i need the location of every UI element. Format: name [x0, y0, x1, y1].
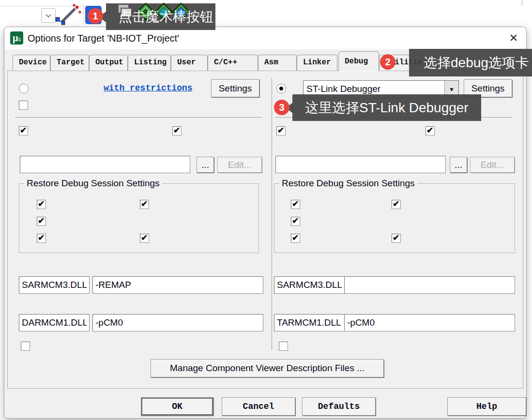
- dialog-dll-input-right[interactable]: [274, 314, 345, 331]
- with-restrictions-link[interactable]: with restrictions: [104, 83, 193, 93]
- dialog-param-input-left[interactable]: [92, 314, 263, 331]
- toolbar-overflow-button[interactable]: [41, 8, 56, 23]
- settings-button-left[interactable]: Settings: [211, 79, 259, 97]
- warn-checkbox-right[interactable]: [279, 342, 288, 351]
- callout-3-badge: 3: [274, 100, 289, 115]
- callout-2-badge: 2: [380, 54, 395, 70]
- driver-param-input[interactable]: [344, 276, 515, 294]
- options-dialog: µ5 Options for Target 'NB-IOT_Project' ✕…: [4, 27, 527, 419]
- callout-1-text: 点击魔术棒按钮: [119, 10, 213, 24]
- cancel-button[interactable]: Cancel: [222, 397, 295, 416]
- cpu-dll-input[interactable]: [19, 276, 90, 294]
- warn-checkbox-left[interactable]: [21, 342, 30, 351]
- init-file-input-left[interactable]: [20, 156, 190, 173]
- session-group-title-right: Restore Debug Session Settings: [279, 178, 417, 189]
- window-edge-line: [522, 0, 522, 6]
- callout-1-badge: 1: [88, 8, 103, 24]
- tab-asm[interactable]: Asm: [258, 55, 297, 71]
- driver-dll-input[interactable]: [274, 276, 345, 294]
- session-group-title-left: Restore Debug Session Settings: [24, 178, 162, 189]
- memory-checkbox-right[interactable]: [291, 234, 300, 243]
- edit-button-left: Edit...: [217, 157, 262, 173]
- dialog-title: Options for Target 'NB-IOT_Project': [28, 32, 179, 44]
- edit-button-right: Edit...: [470, 157, 515, 173]
- tab-debug[interactable]: Debug: [338, 51, 379, 71]
- sysviewer-checkbox-right[interactable]: [392, 234, 401, 243]
- defaults-button[interactable]: Defaults: [302, 397, 376, 416]
- watch-checkbox-left[interactable]: [37, 217, 46, 226]
- breakpoints-checkbox-left[interactable]: [37, 200, 46, 209]
- toolbar-separator: [83, 5, 84, 23]
- tab-cpp[interactable]: C/C++: [208, 55, 258, 71]
- logo-sub: 5: [18, 36, 21, 42]
- memory-checkbox-left[interactable]: [37, 234, 46, 243]
- use-debugger-radio[interactable]: [276, 84, 286, 93]
- run-to-main-checkbox-left[interactable]: [172, 126, 182, 135]
- session-group-left: Restore Debug Session Settings: [19, 183, 259, 253]
- dialog-param-input-right[interactable]: [344, 314, 515, 331]
- browse-button-left[interactable]: ...: [197, 157, 214, 173]
- manage-cvd-button[interactable]: Manage Component Viewer Description File…: [151, 359, 384, 377]
- sysviewer-checkbox-left[interactable]: [140, 234, 149, 243]
- toolbox-checkbox-right[interactable]: [392, 200, 401, 209]
- ok-button[interactable]: OK: [141, 397, 213, 416]
- toolbox-checkbox-left[interactable]: [140, 200, 149, 209]
- load-app-checkbox-right[interactable]: [276, 126, 286, 135]
- callout-2-text: 选择debug选项卡: [424, 56, 529, 70]
- logo-glyph: µ: [13, 32, 18, 43]
- close-icon[interactable]: ✕: [504, 30, 523, 47]
- dialog-dll-input-left[interactable]: [19, 314, 90, 331]
- watch-checkbox-right[interactable]: [291, 217, 300, 226]
- tab-device[interactable]: Device: [13, 55, 50, 71]
- use-simulator-radio[interactable]: [19, 84, 29, 93]
- cpu-param-input[interactable]: [92, 276, 263, 294]
- tab-listing[interactable]: Listing: [128, 55, 171, 71]
- browse-button-right[interactable]: ...: [450, 157, 467, 173]
- run-to-main-checkbox-right[interactable]: [426, 126, 435, 135]
- magic-wand-icon[interactable]: [55, 4, 82, 25]
- tab-target[interactable]: Target: [50, 55, 89, 71]
- init-file-input-right[interactable]: [275, 156, 446, 173]
- tab-output[interactable]: Output: [89, 55, 128, 71]
- uvision-logo-icon: µ5: [10, 31, 23, 45]
- tab-user[interactable]: User: [171, 55, 208, 71]
- tab-linker[interactable]: Linker: [297, 55, 337, 71]
- limit-speed-checkbox[interactable]: [19, 101, 28, 110]
- help-button[interactable]: Help: [447, 397, 526, 416]
- breakpoints-checkbox-right[interactable]: [291, 200, 300, 209]
- load-app-checkbox-left[interactable]: [19, 126, 28, 135]
- left-divider: [15, 117, 262, 118]
- callout-3-text: 这里选择ST-Link Debugger: [305, 101, 469, 115]
- chevron-down-icon: [45, 14, 52, 18]
- center-divider: [272, 78, 272, 350]
